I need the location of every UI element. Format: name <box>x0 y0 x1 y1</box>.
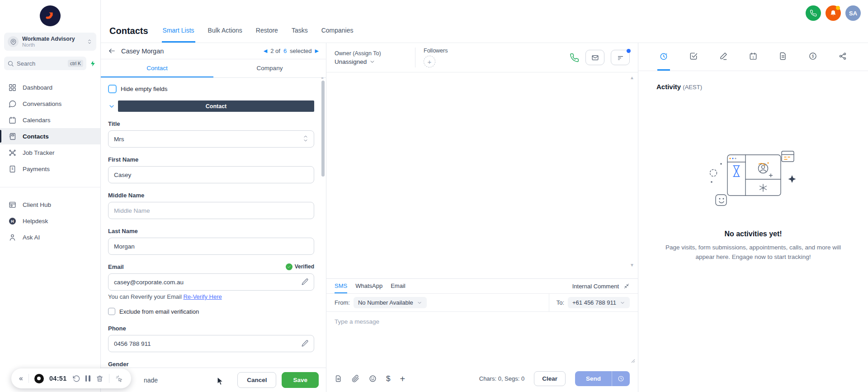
contact-detail-panel: Casey Morgan ◀ 2 of 6 selected ▶ Contact… <box>101 43 326 392</box>
phone-input[interactable] <box>108 335 314 352</box>
exclude-verification-checkbox[interactable]: Exclude from email verification <box>108 306 314 316</box>
dialer-button[interactable] <box>806 5 821 21</box>
payments-icon: $ <box>8 165 17 173</box>
emoji-icon[interactable] <box>369 375 377 382</box>
scroll-up-chevron-icon[interactable]: ▲ <box>630 75 634 80</box>
tab-bulk-actions[interactable]: Bulk Actions <box>207 19 243 43</box>
scroll-down-chevron-icon[interactable]: ▼ <box>630 263 634 268</box>
sidebar-item-client-hub[interactable]: Client Hub <box>0 196 100 213</box>
calendars-icon <box>8 116 17 124</box>
sidebar-item-dashboard[interactable]: Dashboard <box>0 79 100 96</box>
sidebar-item-label: Dashboard <box>23 84 52 91</box>
tab-appointments-panel[interactable]: 1 <box>747 43 760 71</box>
filter-button[interactable] <box>611 50 630 65</box>
tab-notes-panel[interactable] <box>717 43 730 71</box>
hide-empty-fields-checkbox[interactable]: Hide empty fields <box>108 84 314 94</box>
payment-request-icon[interactable]: $ <box>386 375 390 382</box>
search-input[interactable]: Search ctrl K <box>4 57 86 70</box>
tab-tasks[interactable]: Tasks <box>291 19 309 43</box>
next-contact-icon[interactable]: ▶ <box>315 48 319 54</box>
title-select[interactable]: Mrs <box>108 130 314 148</box>
back-arrow-icon[interactable] <box>108 47 116 55</box>
sidebar-item-helpdesk[interactable]: H Helpdesk <box>0 213 100 229</box>
search-icon <box>7 60 14 67</box>
sidebar-item-payments[interactable]: $ Payments <box>0 161 100 177</box>
collapse-recorder-icon[interactable]: « <box>19 374 23 382</box>
from-number-dropdown[interactable]: No Number Available <box>354 297 427 308</box>
section-chevron-down-icon[interactable] <box>108 103 115 110</box>
to-number-dropdown[interactable]: +61 456 788 911 <box>568 297 630 308</box>
owner-dropdown[interactable]: Unassigned <box>335 58 415 65</box>
first-name-input[interactable] <box>108 166 314 183</box>
click-highlight-icon[interactable] <box>115 374 123 383</box>
checkbox-icon[interactable] <box>108 308 115 315</box>
tab-contact[interactable]: Contact <box>101 59 213 77</box>
add-follower-button[interactable]: + <box>424 56 435 67</box>
tab-smart-lists[interactable]: Smart Lists <box>162 19 195 43</box>
brand-logo[interactable] <box>40 5 61 26</box>
quick-actions-bolt-icon[interactable] <box>90 60 96 67</box>
gender-label: Gender <box>108 360 314 368</box>
email-input[interactable] <box>108 273 314 291</box>
svg-text:$: $ <box>12 167 14 170</box>
prev-contact-icon[interactable]: ◀ <box>264 48 267 54</box>
contact-section-header[interactable]: Contact <box>118 100 314 112</box>
edit-email-icon[interactable] <box>301 278 309 286</box>
clear-button[interactable]: Clear <box>534 371 566 386</box>
templates-icon[interactable] <box>335 375 342 382</box>
collapse-composer-icon[interactable] <box>623 283 630 289</box>
tab-company[interactable]: Company <box>213 59 326 77</box>
user-avatar[interactable]: SA <box>845 5 861 21</box>
tab-companies[interactable]: Companies <box>321 19 354 43</box>
tab-sms[interactable]: SMS <box>335 279 347 293</box>
middle-name-input[interactable] <box>108 202 314 219</box>
message-input[interactable] <box>326 312 638 365</box>
notifications-button[interactable] <box>826 5 841 21</box>
more-tools-icon[interactable]: + <box>400 374 405 383</box>
internal-comment-toggle[interactable]: Internal Comment <box>572 283 619 290</box>
send-button[interactable]: Send <box>575 371 612 386</box>
cancel-button[interactable]: Cancel <box>237 372 276 388</box>
tab-associations-panel[interactable] <box>836 43 849 71</box>
record-button[interactable] <box>34 374 44 383</box>
reverify-link[interactable]: Re-Verify Here <box>183 293 222 300</box>
last-name-input[interactable] <box>108 238 314 255</box>
sidebar-item-job-tracker[interactable]: Job Tracker <box>0 144 100 161</box>
tab-tasks-panel[interactable] <box>687 43 700 71</box>
clock-icon <box>618 375 624 382</box>
select-stepper-icon <box>302 134 309 143</box>
checkbox-icon[interactable] <box>108 85 117 93</box>
message-composer: SMS WhatsApp Email Internal Comment From… <box>326 278 638 392</box>
message-history-area[interactable]: ▲ ▼ <box>326 72 638 278</box>
to-label: To: <box>557 299 564 306</box>
sidebar-item-calendars[interactable]: Calendars <box>0 112 100 128</box>
delete-recording-icon[interactable] <box>96 375 104 382</box>
sidebar-item-label: Client Hub <box>23 201 51 208</box>
pause-recording-icon[interactable] <box>85 375 90 382</box>
call-contact-icon[interactable] <box>570 53 579 62</box>
tab-activity-history[interactable] <box>657 43 670 71</box>
tab-email-channel[interactable]: Email <box>391 279 406 293</box>
form-scrollbar[interactable] <box>321 81 325 177</box>
edit-phone-icon[interactable] <box>301 339 309 347</box>
email-contact-button[interactable] <box>585 50 604 65</box>
schedule-send-button[interactable] <box>612 371 630 386</box>
tab-payments-panel[interactable]: $ <box>807 43 819 71</box>
recording-timer: 04:51 <box>49 375 67 382</box>
resize-handle-icon[interactable] <box>631 359 635 363</box>
sidebar-item-conversations[interactable]: Conversations <box>0 96 100 112</box>
save-button[interactable]: Save <box>282 372 319 388</box>
scroll-up-arrow-icon[interactable]: ▲ <box>321 78 324 79</box>
document-icon <box>778 52 788 61</box>
chevron-up-down-icon <box>86 38 93 46</box>
tab-documents-panel[interactable] <box>777 43 789 71</box>
agency-switcher[interactable]: Workmate Advisory North <box>4 33 96 51</box>
sidebar-item-contacts[interactable]: Contacts <box>0 128 100 144</box>
restart-recording-icon[interactable] <box>72 375 80 382</box>
sidebar-item-ask-ai[interactable]: Ask AI <box>0 229 100 245</box>
pager-count: 6 <box>283 48 287 54</box>
tab-whatsapp[interactable]: WhatsApp <box>355 279 382 293</box>
tab-restore[interactable]: Restore <box>255 19 279 43</box>
sidebar-divider <box>0 187 100 187</box>
attachment-icon[interactable] <box>352 375 359 382</box>
